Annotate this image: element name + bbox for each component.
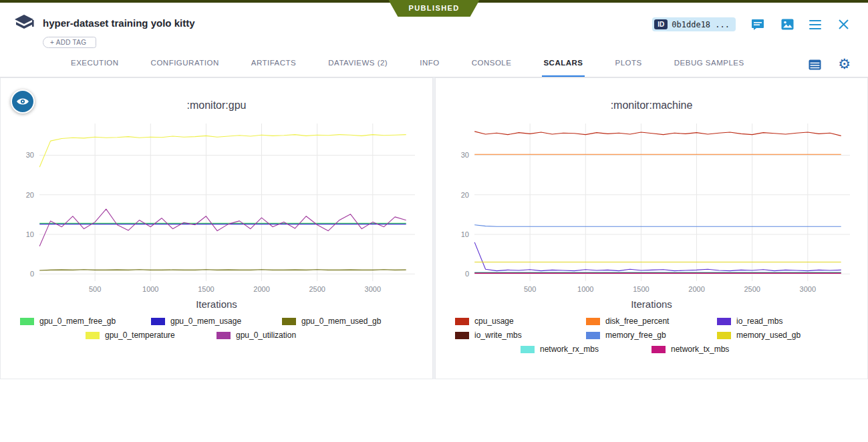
legend-item-memory_free_gb[interactable]: memory_free_gb bbox=[586, 330, 717, 340]
svg-text:1000: 1000 bbox=[577, 285, 593, 293]
tab-plots[interactable]: PLOTS bbox=[614, 52, 643, 77]
gpu-line-plot[interactable]: 500100015002000250030000102030 bbox=[11, 118, 422, 297]
legend-label: gpu_0_temperature bbox=[105, 330, 175, 340]
image-gallery-icon[interactable] bbox=[780, 18, 794, 31]
legend-label: cpu_usage bbox=[474, 316, 514, 326]
legend-label: io_read_mbs bbox=[736, 316, 782, 326]
footer-area bbox=[0, 379, 868, 442]
svg-text:20: 20 bbox=[26, 191, 34, 199]
top-banner-strip: PUBLISHED bbox=[0, 0, 868, 3]
id-value: 0b1dde18 ... bbox=[672, 20, 730, 29]
tab-execution[interactable]: EXECUTION bbox=[69, 52, 120, 77]
svg-text:20: 20 bbox=[461, 191, 469, 199]
tab-configuration[interactable]: CONFIGURATION bbox=[150, 52, 221, 77]
machine-line-plot[interactable]: 500100015002000250030000102030 bbox=[446, 118, 857, 297]
legend-label: gpu_0_mem_used_gb bbox=[301, 316, 381, 326]
app-logo-icon bbox=[13, 13, 35, 33]
settings-gear-icon[interactable]: ⚙ bbox=[838, 57, 851, 71]
legend-swatch bbox=[652, 346, 666, 353]
legend-label: gpu_0_mem_free_gb bbox=[39, 316, 116, 326]
legend-item-gpu_0_mem_used_gb[interactable]: gpu_0_mem_used_gb bbox=[282, 316, 413, 326]
chart-card-monitor-gpu: :monitor:gpu 500100015002000250030000102… bbox=[0, 77, 433, 379]
svg-text:0: 0 bbox=[30, 270, 34, 278]
experiment-title: hyper-dataset training yolo kitty bbox=[43, 12, 195, 29]
legend-label: io_write_mbs bbox=[474, 330, 522, 340]
published-ribbon: PUBLISHED bbox=[388, 0, 479, 17]
tab-bar: EXECUTIONCONFIGURATIONARTIFACTSDATAVIEWS… bbox=[0, 48, 868, 77]
svg-text:500: 500 bbox=[524, 285, 536, 293]
svg-text:10: 10 bbox=[461, 230, 469, 238]
legend-item-network_rx_mbs[interactable]: network_rx_mbs bbox=[521, 345, 652, 354]
close-icon[interactable] bbox=[836, 18, 851, 31]
svg-text:2000: 2000 bbox=[688, 285, 704, 293]
svg-text:30: 30 bbox=[461, 151, 469, 159]
svg-text:10: 10 bbox=[26, 230, 34, 238]
legend-item-disk_free_percent[interactable]: disk_free_percent bbox=[586, 316, 717, 326]
comment-icon[interactable] bbox=[750, 18, 765, 31]
metrics-table-icon[interactable] bbox=[807, 58, 822, 71]
tab-scalars[interactable]: SCALARS bbox=[542, 52, 584, 77]
svg-text:1500: 1500 bbox=[633, 285, 649, 293]
legend-swatch bbox=[86, 332, 100, 339]
legend-item-network_tx_mbs[interactable]: network_tx_mbs bbox=[652, 345, 782, 354]
legend-label: network_rx_mbs bbox=[540, 345, 599, 354]
svg-text:1000: 1000 bbox=[142, 285, 158, 293]
legend-item-io_write_mbs[interactable]: io_write_mbs bbox=[455, 330, 586, 340]
hide-show-eye-button[interactable] bbox=[11, 89, 35, 114]
legend-label: gpu_0_mem_usage bbox=[170, 316, 241, 326]
x-axis-label: Iterations bbox=[1, 298, 432, 310]
legend-item-gpu_0_temperature[interactable]: gpu_0_temperature bbox=[86, 330, 216, 340]
legend-swatch bbox=[455, 332, 469, 339]
svg-text:2500: 2500 bbox=[309, 285, 325, 293]
svg-text:3000: 3000 bbox=[800, 285, 816, 293]
tab-debug-samples[interactable]: DEBUG SAMPLES bbox=[673, 52, 746, 77]
legend-swatch bbox=[455, 318, 469, 325]
legend-swatch bbox=[20, 318, 34, 325]
tab-console[interactable]: CONSOLE bbox=[470, 52, 513, 77]
legend-swatch bbox=[216, 332, 231, 339]
scalars-panel: :monitor:gpu 500100015002000250030000102… bbox=[0, 77, 868, 379]
chart-card-monitor-machine: :monitor:machine 50010001500200025003000… bbox=[435, 77, 868, 379]
legend-label: gpu_0_utilization bbox=[236, 330, 296, 340]
legend-item-gpu_0_utilization[interactable]: gpu_0_utilization bbox=[216, 330, 347, 340]
legend-swatch bbox=[282, 318, 296, 325]
svg-text:2500: 2500 bbox=[744, 285, 760, 293]
legend-swatch bbox=[586, 318, 600, 325]
legend-item-io_read_mbs[interactable]: io_read_mbs bbox=[717, 316, 848, 326]
svg-text:500: 500 bbox=[89, 285, 101, 293]
menu-icon[interactable] bbox=[809, 20, 821, 29]
tab-artifacts[interactable]: ARTIFACTS bbox=[250, 52, 298, 77]
legend-swatch bbox=[586, 332, 600, 339]
legend-item-cpu_usage[interactable]: cpu_usage bbox=[455, 316, 586, 326]
legend-item-gpu_0_mem_usage[interactable]: gpu_0_mem_usage bbox=[151, 316, 282, 326]
experiment-id-badge[interactable]: ID 0b1dde18 ... bbox=[652, 17, 736, 31]
published-label: PUBLISHED bbox=[408, 4, 459, 12]
legend-swatch bbox=[521, 346, 535, 353]
svg-text:1500: 1500 bbox=[198, 285, 214, 293]
chart-legend: cpu_usagedisk_free_percentio_read_mbsio_… bbox=[449, 316, 854, 354]
x-axis-label: Iterations bbox=[436, 298, 867, 310]
svg-text:0: 0 bbox=[465, 270, 469, 278]
add-tag-button[interactable]: + ADD TAG bbox=[43, 37, 96, 48]
tab-bar-items: EXECUTIONCONFIGURATIONARTIFACTSDATAVIEWS… bbox=[69, 52, 746, 77]
legend-item-gpu_0_mem_free_gb[interactable]: gpu_0_mem_free_gb bbox=[20, 316, 151, 326]
legend-swatch bbox=[717, 318, 731, 325]
legend-label: disk_free_percent bbox=[605, 316, 669, 326]
legend-label: network_tx_mbs bbox=[671, 345, 729, 354]
chart-title: :monitor:machine bbox=[436, 99, 867, 112]
legend-swatch bbox=[151, 318, 165, 325]
chart-title: :monitor:gpu bbox=[1, 99, 432, 112]
legend-label: memory_free_gb bbox=[605, 330, 666, 340]
legend-item-memory_used_gb[interactable]: memory_used_gb bbox=[717, 330, 848, 340]
svg-text:3000: 3000 bbox=[365, 285, 381, 293]
tab-dataviews-2[interactable]: DATAVIEWS (2) bbox=[327, 52, 389, 77]
svg-text:30: 30 bbox=[26, 151, 34, 159]
id-chip: ID bbox=[654, 19, 668, 29]
tab-info[interactable]: INFO bbox=[418, 52, 440, 77]
chart-legend: gpu_0_mem_free_gbgpu_0_mem_usagegpu_0_me… bbox=[14, 316, 419, 340]
legend-swatch bbox=[717, 332, 731, 339]
svg-text:2000: 2000 bbox=[253, 285, 269, 293]
legend-label: memory_used_gb bbox=[736, 330, 801, 340]
